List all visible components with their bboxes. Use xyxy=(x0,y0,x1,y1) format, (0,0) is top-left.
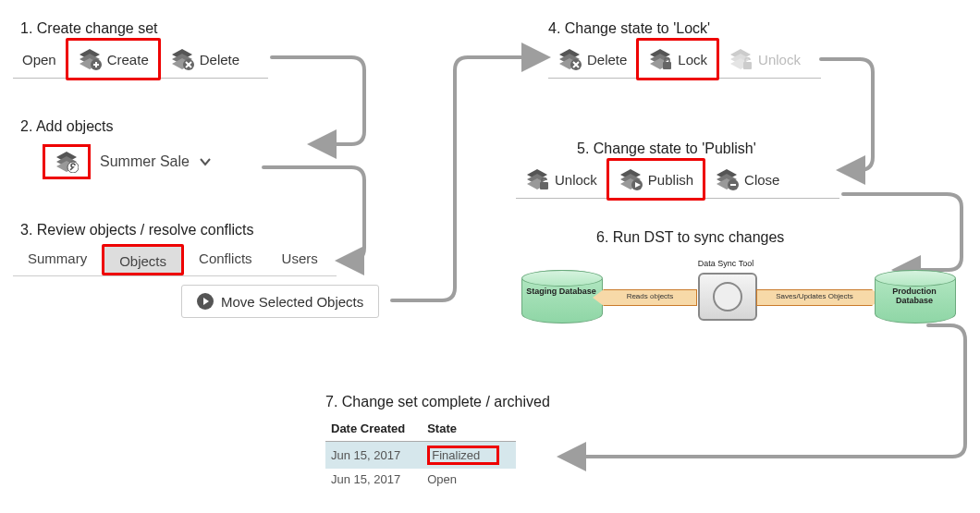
svg-rect-11 xyxy=(743,62,752,69)
layers-unlock-icon xyxy=(729,48,753,70)
step4-title: 4. Change state to 'Lock' xyxy=(548,20,710,37)
layers-plus-icon xyxy=(78,48,102,70)
production-db: Production Database xyxy=(875,270,954,322)
tab-users[interactable]: Users xyxy=(267,244,333,275)
tab-conflicts[interactable]: Conflicts xyxy=(184,244,267,275)
close-label: Close xyxy=(744,172,779,188)
cell-state: Finalized xyxy=(422,442,516,470)
reads-arrow: Reads objects xyxy=(603,289,697,306)
move-selected-button[interactable]: Move Selected Objects xyxy=(181,285,379,318)
staging-db-label: Staging Database xyxy=(521,287,601,296)
cell-state: Open xyxy=(422,469,516,490)
move-icon xyxy=(197,293,214,310)
delete-button[interactable]: Delete xyxy=(161,41,249,78)
col-date-created: Date Created xyxy=(325,416,422,442)
tab-objects[interactable]: Objects xyxy=(102,244,184,275)
cell-date: Jun 15, 2017 xyxy=(325,469,422,490)
layers-wrench-icon xyxy=(55,151,79,173)
svg-rect-12 xyxy=(540,182,548,189)
create-button[interactable]: Create xyxy=(66,38,161,80)
publish-button[interactable]: Publish xyxy=(606,158,705,201)
unlock-label-4: Unlock xyxy=(758,52,801,67)
step2-title: 2. Add objects xyxy=(20,118,114,135)
dst-diagram: Data Sync Tool Staging Database Reads ob… xyxy=(518,259,980,351)
delete-button-4[interactable]: Delete xyxy=(548,41,636,78)
step3-title: 3. Review objects / resolve conflicts xyxy=(20,222,254,238)
object-icon-highlight xyxy=(43,144,91,179)
table-row[interactable]: Jun 15, 2017 Open xyxy=(325,469,516,490)
publish-label: Publish xyxy=(648,172,693,188)
step7-title: 7. Change set complete / archived xyxy=(325,394,550,410)
step4-toolbar: Delete Lock Unlock xyxy=(548,41,821,79)
delete-label-4: Delete xyxy=(587,52,627,67)
close-button[interactable]: Close xyxy=(705,161,789,198)
layers-lock-icon xyxy=(648,48,672,70)
svg-rect-10 xyxy=(663,62,671,69)
dst-tool-icon xyxy=(698,273,757,321)
layers-publish-icon xyxy=(619,168,643,190)
unlock-button[interactable]: Unlock xyxy=(516,161,606,198)
delete-label: Delete xyxy=(200,52,239,67)
create-label: Create xyxy=(107,52,149,67)
layers-close-icon xyxy=(715,168,739,190)
production-db-label: Production Database xyxy=(875,287,954,305)
object-selector[interactable]: Summer Sale xyxy=(43,144,212,179)
object-name: Summer Sale xyxy=(100,153,190,170)
open-button[interactable]: Open xyxy=(13,41,66,78)
step1-toolbar: Open Create Delete xyxy=(13,41,268,79)
col-state: State xyxy=(422,416,516,442)
staging-db: Staging Database xyxy=(521,270,601,322)
layers-delete-icon xyxy=(557,48,582,70)
cell-date: Jun 15, 2017 xyxy=(325,442,422,470)
open-label: Open xyxy=(22,52,56,67)
lock-button[interactable]: Lock xyxy=(636,38,719,80)
unlock-button-disabled: Unlock xyxy=(719,41,810,78)
chevron-down-icon[interactable] xyxy=(199,155,212,168)
step3-tabs: Summary Objects Conflicts Users xyxy=(13,244,337,276)
step1-title: 1. Create change set xyxy=(20,20,158,37)
table-row[interactable]: Jun 15, 2017 Finalized xyxy=(325,442,516,470)
dst-tool-label: Data Sync Tool xyxy=(680,259,772,268)
step5-toolbar: Unlock Publish Close xyxy=(516,161,839,199)
layers-unlock-icon xyxy=(525,168,549,190)
saves-arrow: Saves/Updates Objects xyxy=(756,289,873,306)
step5-title: 5. Change state to 'Publish' xyxy=(577,140,756,157)
layers-delete-icon xyxy=(170,48,194,70)
tab-summary[interactable]: Summary xyxy=(13,244,102,275)
state-finalized: Finalized xyxy=(427,446,499,465)
changeset-table: Date Created State Jun 15, 2017 Finalize… xyxy=(325,416,516,490)
unlock-label-5: Unlock xyxy=(555,172,597,188)
lock-label: Lock xyxy=(678,52,707,67)
move-selected-label: Move Selected Objects xyxy=(221,294,363,310)
step6-title: 6. Run DST to sync changes xyxy=(596,229,784,246)
